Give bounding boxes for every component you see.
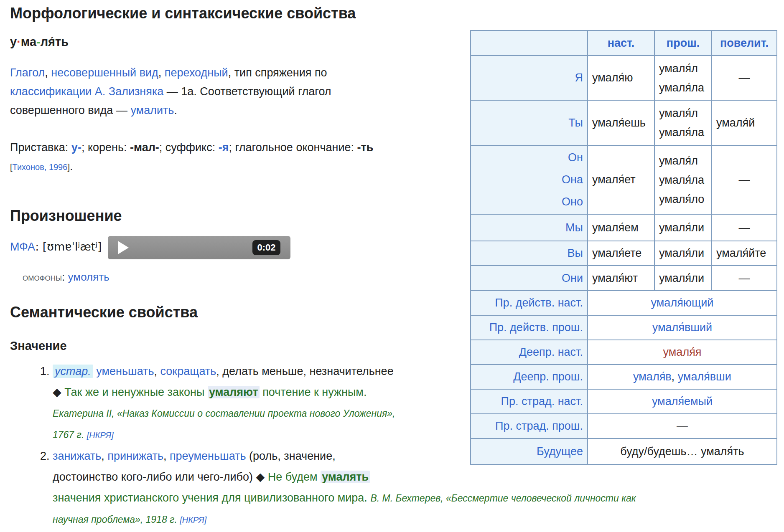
table-row-future: Будущее буду/будешь… умаля́ть (471, 438, 777, 464)
text-segment: ; глагольное окончание: (229, 141, 357, 154)
text-segment: . (174, 104, 177, 117)
present-form: умаля́ем (588, 214, 654, 241)
text-segment: -ть (357, 141, 374, 154)
link-preumenshat[interactable]: преуменьшать (170, 450, 246, 462)
text-segment: умаляют (208, 386, 260, 398)
pronoun-link[interactable]: Вы (568, 247, 583, 259)
pronoun-link[interactable]: Ты (568, 117, 583, 129)
play-icon[interactable] (118, 241, 129, 254)
future-label-cell: Будущее (471, 438, 588, 464)
link-umalyaemyy[interactable]: умаля́емый (652, 395, 713, 408)
link-umalyayushchiy[interactable]: умаля́ющий (651, 296, 714, 309)
link-umalyav[interactable]: умаля́в (633, 370, 672, 383)
syllable-dot-separator: · (17, 35, 21, 48)
form-label-cell: Пр. страд. прош. (471, 414, 588, 438)
imperative-form: — (712, 145, 777, 214)
table-row: Деепр. наст. умаля́я (471, 340, 777, 365)
audio-duration-badge: 0:02 (252, 240, 280, 255)
form-label-link[interactable]: Деепр. наст. (519, 346, 583, 358)
section-heading-morphology: Морфологические и синтаксические свойств… (10, 4, 777, 23)
present-form: умаля́ют (588, 266, 654, 291)
table-row: Вы умаля́ете умаля́ли умаля́йте (471, 241, 777, 266)
context-label-ustar[interactable]: устар. (53, 365, 93, 378)
text-segment: (роль, значение, (246, 450, 336, 462)
pronoun-link[interactable]: Оно (562, 195, 583, 208)
text-segment: , (45, 66, 51, 79)
table-row: Пр. страд. наст. умаля́емый (471, 389, 777, 414)
text-segment: ; корень: (81, 141, 130, 154)
link-prefix-u[interactable]: у- (71, 141, 81, 154)
syllable: ля́ть (41, 35, 69, 48)
link-umalyavshiy[interactable]: умаля́вший (652, 321, 712, 334)
text-segment: Екатерина II, «Наказ Комиссии о составле… (53, 408, 395, 419)
syllable: у (10, 35, 17, 48)
present-form: умаля́ю (588, 56, 654, 100)
ipa-transcription: : [ʊmɐˈlʲætʲ] (35, 240, 102, 253)
past-form: умаля́ли (654, 214, 712, 241)
link-zaliznyak[interactable]: классификации А. Зализняка (10, 85, 163, 98)
pronoun-link[interactable]: Она (562, 173, 583, 186)
text-segment: , (101, 450, 107, 462)
link-nkrya[interactable]: [НКРЯ] (87, 431, 114, 440)
pronoun-link[interactable]: Они (562, 272, 583, 284)
conjugation-table: наст. прош. повелит. Я умаля́ю умаля́лум… (470, 30, 777, 465)
table-row: Пр. страд. прош. — (471, 414, 777, 438)
form-label-link[interactable]: Пр. страд. наст. (501, 395, 583, 408)
past-form: умаля́ли (654, 266, 712, 291)
form-label-link[interactable]: Пр. страд. прош. (495, 420, 583, 432)
form-label-link[interactable]: Пр. действ. прош. (489, 321, 583, 334)
gerund-past: умаля́в, умаля́вши (588, 365, 777, 389)
text-segment: ◆ (53, 386, 64, 398)
table-row: Деепр. прош. умаля́в, умаля́вши (471, 365, 777, 389)
pronoun-link[interactable]: Он (568, 151, 583, 164)
form-label-cell: Пр. страд. наст. (471, 389, 588, 414)
link-zanizhat[interactable]: занижать (53, 450, 101, 462)
form-label-cell: Деепр. наст. (471, 340, 588, 365)
link-tikhonov-1996[interactable]: Тихонов, 1996 (13, 162, 68, 172)
form-label-link[interactable]: Деепр. прош. (513, 370, 583, 383)
table-row: Он Она Оно умаля́ет умаля́лумаля́лаумаля… (471, 145, 777, 214)
link-suffix-ya[interactable]: -я (219, 141, 229, 154)
imperative-form: умаля́й (712, 100, 777, 145)
imperative-form: — (712, 56, 777, 100)
link-imperfective[interactable]: несовершенный вид (51, 66, 158, 79)
link-sokrashchat[interactable]: сокращать (160, 365, 216, 377)
text-segment: , делать меньше, незначительнее (216, 365, 393, 377)
text-segment: , тип спряжения по (228, 66, 327, 79)
link-transitive[interactable]: переходный (165, 66, 228, 79)
participle-active-present: умаля́ющий (588, 291, 777, 315)
past-form: умаля́л (659, 155, 698, 167)
link-umalyavshi[interactable]: умаля́вши (678, 370, 731, 383)
past-form: умаля́л (659, 62, 698, 75)
link-umolyat[interactable]: умолять (68, 271, 109, 283)
present-form: умаля́ете (588, 241, 654, 266)
link-umenshat[interactable]: уменьшать (96, 365, 154, 377)
pronoun-link[interactable]: Мы (565, 221, 583, 234)
text-segment: В. М. Бехтерев, «Бессмертие человеческой… (370, 493, 636, 504)
table-row: Пр. действ. наст. умаля́ющий (471, 291, 777, 315)
past-form: умаля́ла (659, 174, 704, 186)
morphemes-line: Приставка: у-; корень: -мал-; суффикс: -… (10, 138, 428, 177)
text-segment: достоинство кого-либо или чего-либо) ◆ (53, 471, 268, 483)
audio-player[interactable]: 0:02 (108, 236, 290, 259)
table-header-row: наст. прош. повелит. (471, 30, 777, 56)
past-form: умаля́ло (659, 193, 704, 205)
link-glagol[interactable]: Глагол (10, 66, 45, 79)
form-label-link[interactable]: Пр. действ. наст. (495, 296, 583, 309)
header-past: прош. (654, 30, 712, 56)
link-prinizhat[interactable]: принижать (107, 450, 163, 462)
wiktionary-article: Морфологические и синтаксические свойств… (0, 0, 784, 532)
grammar-description: Глагол, несовершенный вид, переходный, т… (10, 63, 428, 120)
pronoun-cell: Ты (471, 100, 588, 145)
redlink-umalyaya[interactable]: умаля́я (663, 346, 702, 358)
homophones-label: омофоны (23, 271, 62, 283)
table-row: Я умаля́ю умаля́лумаля́ла — (471, 56, 777, 100)
link-umalit[interactable]: умалить (130, 104, 174, 117)
link-nkrya[interactable]: [НКРЯ] (180, 515, 206, 524)
imperative-form: — (712, 214, 777, 241)
future-label-link[interactable]: Будущее (537, 445, 583, 458)
pronoun-link[interactable]: Я (575, 71, 583, 84)
pronoun-cell: Они (471, 266, 588, 291)
gerund-present: умаля́я (588, 340, 777, 365)
mfa-link[interactable]: МФА (10, 241, 35, 253)
